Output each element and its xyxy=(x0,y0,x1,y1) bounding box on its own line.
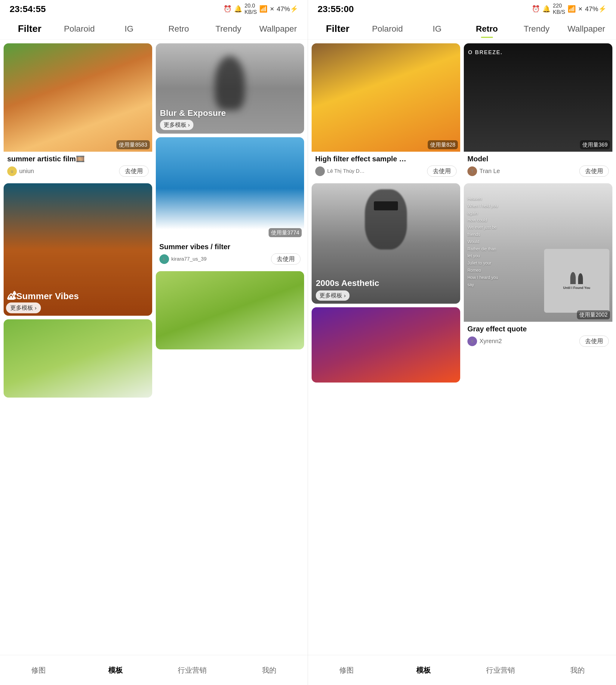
status-icons-right: ⏰ 🔔 220KB/S 📶 ✕ 47%⚡ xyxy=(532,3,607,15)
tab-trendy-left[interactable]: Trendy xyxy=(204,20,253,37)
tab-wallpaper-right[interactable]: Wallpaper xyxy=(562,20,611,37)
wifi-icon: 📶 xyxy=(259,5,267,13)
bottom-nav-biz-left[interactable]: 行业营销 xyxy=(154,665,231,675)
bottom-nav-template-left[interactable]: 模板 xyxy=(77,665,154,675)
avatar-tran-le: T xyxy=(467,167,477,176)
card-model[interactable]: O BREEZE. 使用量369 Model T Tran Le 去使用 xyxy=(464,43,612,180)
card-meta-ocean: k kirara77_us_39 去使用 xyxy=(159,253,301,264)
signal-icon-r: ✕ xyxy=(578,6,582,12)
avatar-uniun: u xyxy=(7,167,17,176)
blur-banner-more[interactable]: 更多模板 › xyxy=(160,120,194,130)
tab-filter-left[interactable]: Filter xyxy=(5,20,54,38)
card-author-summer-film: u uniun xyxy=(7,167,34,176)
use-btn-gray-quote[interactable]: 去使用 xyxy=(579,336,609,347)
card-summer-vibes-filter[interactable]: 使用量3774 Summer vibes / filter k kirara77… xyxy=(156,137,304,267)
col1-left: 使用量8583 summer artistic film🎞️ u uniun 去… xyxy=(4,43,152,398)
col2-left: Blur & Exposure 更多模板 › 使用量3774 Summer vi… xyxy=(156,43,304,398)
bottom-nav-edit-right[interactable]: 修图 xyxy=(308,665,385,675)
tab-filter-right[interactable]: Filter xyxy=(313,20,362,38)
avatar-le-thi: L xyxy=(315,167,325,176)
bottom-nav-template-right[interactable]: 模板 xyxy=(385,665,462,675)
use-btn-model[interactable]: 去使用 xyxy=(579,166,609,177)
tab-polaroid-right[interactable]: Polaroid xyxy=(362,20,412,37)
status-icons-left: ⏰ 🔔 20.0KB/S 📶 ✕ 47%⚡ xyxy=(223,3,298,15)
content-right: 使用量828 High filter effect sample … L Lê … xyxy=(308,40,616,655)
time-right: 23:55:00 xyxy=(317,4,354,14)
use-btn-fur-hat[interactable]: 去使用 xyxy=(427,166,457,177)
usage-badge-summer-film: 使用量8583 xyxy=(116,140,150,149)
avatar-xyrenn: X xyxy=(467,337,477,346)
card-meta-fur-hat: L Lê Thị Thùy D… 去使用 xyxy=(315,166,457,177)
card-grass-white[interactable] xyxy=(4,319,152,398)
bottom-nav-mine-left[interactable]: 我的 xyxy=(231,665,308,675)
tab-retro-left[interactable]: Retro xyxy=(154,20,204,37)
card-image-model: O BREEZE. 使用量369 xyxy=(464,43,612,152)
bottom-nav-biz-right[interactable]: 行业营销 xyxy=(462,665,539,675)
bell-icon-r: 🔔 xyxy=(542,5,550,13)
usage-badge-gray-quote: 使用量2002 xyxy=(577,310,610,319)
img-colorful-girl xyxy=(312,307,460,383)
card-image-fur-hat: 使用量828 xyxy=(312,43,460,152)
card-meta-summer-film: u uniun 去使用 xyxy=(7,166,149,177)
battery-right: 47%⚡ xyxy=(585,5,607,13)
bell-icon: 🔔 xyxy=(234,5,242,13)
tab-trendy-right[interactable]: Trendy xyxy=(512,20,561,37)
card-summer-film[interactable]: 使用量8583 summer artistic film🎞️ u uniun 去… xyxy=(4,43,152,180)
time-left: 23:54:55 xyxy=(9,4,46,14)
card-title-summer-film: summer artistic film🎞️ xyxy=(7,155,149,163)
data-speed: 20.0KB/S xyxy=(244,3,257,15)
left-phone-panel: 23:54:55 ⏰ 🔔 20.0KB/S 📶 ✕ 47%⚡ Filter Po… xyxy=(0,0,308,685)
card-info-model: Model T Tran Le 去使用 xyxy=(464,152,612,180)
usage-badge-fur-hat: 使用量828 xyxy=(428,140,458,149)
tab-ig-right[interactable]: IG xyxy=(412,20,462,37)
more-templates-summer-vibes[interactable]: 更多模板 › xyxy=(6,302,41,313)
blur-banner-title: Blur & Exposure xyxy=(160,108,226,118)
tab-polaroid-left[interactable]: Polaroid xyxy=(54,20,104,37)
card-high-filter[interactable]: 使用量828 High filter effect sample … L Lê … xyxy=(312,43,460,180)
img-girl-fur-hat xyxy=(312,43,460,152)
card-info-summer-film: summer artistic film🎞️ u uniun 去使用 xyxy=(4,152,152,180)
card-title-fur-hat: High filter effect sample … xyxy=(315,155,457,163)
bottom-nav-mine-right[interactable]: 我的 xyxy=(539,665,616,675)
wifi-icon-r: 📶 xyxy=(568,5,576,13)
aesthetic-more[interactable]: 更多模板 › xyxy=(316,291,350,301)
right-phone-panel: 23:55:00 ⏰ 🔔 220KB/S 📶 ✕ 47%⚡ Filter Pol… xyxy=(308,0,616,685)
use-btn-summer-film[interactable]: 去使用 xyxy=(119,166,149,177)
card-gray-quote[interactable]: Heaven When I held you again How could W… xyxy=(464,183,612,350)
signal-icon: ✕ xyxy=(270,6,274,12)
author-name-kirara: kirara77_us_39 xyxy=(172,256,207,262)
tab-wallpaper-left[interactable]: Wallpaper xyxy=(253,20,303,37)
status-bar-left: 23:54:55 ⏰ 🔔 20.0KB/S 📶 ✕ 47%⚡ xyxy=(0,0,308,18)
img-girl-ocean xyxy=(156,137,304,240)
quote-text-overlay: Heaven When I held you again How could W… xyxy=(467,195,549,288)
img-grass-white xyxy=(4,319,152,398)
author-name-uniun: uniun xyxy=(19,168,34,175)
bottom-nav-left: 修图 模板 行业营销 我的 xyxy=(0,655,308,685)
card-summer-vibes[interactable]: 🏕Summer Vibes 更多模板 › xyxy=(4,183,152,316)
card-blur-exposure[interactable]: Blur & Exposure 更多模板 › xyxy=(156,43,304,134)
card-colorful-girl[interactable] xyxy=(312,307,460,383)
usage-badge-ocean: 使用量3774 xyxy=(269,228,302,237)
card-author-xyrenn: X Xyrenn2 xyxy=(467,337,502,346)
author-name-le-thi: Lê Thị Thùy D… xyxy=(327,168,365,174)
masonry-right: 使用量828 High filter effect sample … L Lê … xyxy=(312,43,612,383)
card-flowers-field[interactable] xyxy=(156,271,304,349)
card-title-ocean: Summer vibes / filter xyxy=(159,242,301,251)
author-name-tran-le: Tran Le xyxy=(480,168,500,175)
img-model-dark: O BREEZE. xyxy=(464,43,612,152)
masonry-left: 使用量8583 summer artistic film🎞️ u uniun 去… xyxy=(4,43,304,398)
alarm-icon-r: ⏰ xyxy=(532,5,540,13)
card-2000s-aesthetic[interactable]: 2000s Aesthetic 更多模板 › xyxy=(312,183,460,304)
battery-left: 47%⚡ xyxy=(277,5,298,13)
tab-ig-left[interactable]: IG xyxy=(104,20,154,37)
card-title-model: Model xyxy=(467,155,609,163)
author-name-xyrenn: Xyrenn2 xyxy=(480,338,502,345)
use-btn-ocean[interactable]: 去使用 xyxy=(271,253,301,264)
content-left: 使用量8583 summer artistic film🎞️ u uniun 去… xyxy=(0,40,308,655)
aesthetic-title: 2000s Aesthetic xyxy=(316,278,379,288)
card-title-gray-quote: Gray effect quote xyxy=(467,325,609,333)
tab-retro-right[interactable]: Retro xyxy=(462,20,512,37)
blur-figure-shape xyxy=(215,56,245,110)
card-author-le-thi: L Lê Thị Thùy D… xyxy=(315,167,365,176)
bottom-nav-edit-left[interactable]: 修图 xyxy=(0,665,77,675)
